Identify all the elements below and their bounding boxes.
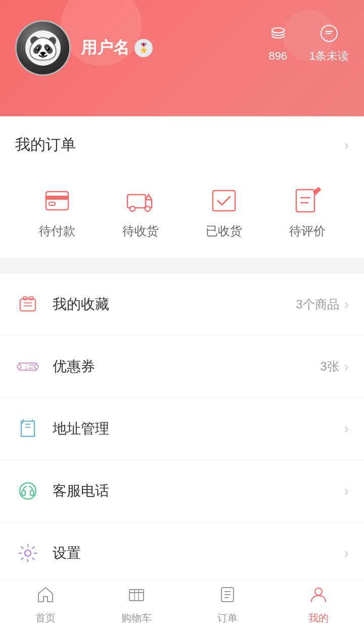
settings-icon (15, 541, 40, 566)
coins-icon (267, 23, 289, 46)
svg-point-1 (321, 25, 337, 41)
bottom-nav: 首页 购物车 订单 (0, 579, 364, 630)
svg-point-36 (315, 588, 322, 595)
nav-item-cart[interactable]: 购物车 (91, 580, 182, 630)
profile-nav-label: 我的 (308, 611, 329, 625)
menu-item-settings[interactable]: 设置 › (0, 522, 364, 584)
svg-point-27 (25, 550, 31, 556)
orders-nav-label: 订单 (217, 611, 238, 625)
coins-stat[interactable]: 896 (267, 23, 289, 63)
settings-label: 设置 (53, 544, 81, 563)
order-status-received[interactable]: 已收货 (206, 186, 242, 239)
received-icon (209, 186, 239, 216)
svg-rect-6 (49, 202, 55, 205)
address-chevron-icon: › (344, 421, 349, 437)
favorites-label: 我的收藏 (53, 295, 109, 314)
favorites-badge: 3个商品 (296, 296, 339, 312)
pending-delivery-icon (125, 186, 156, 216)
svg-point-9 (145, 206, 150, 211)
avatar[interactable] (15, 20, 71, 76)
message-icon (318, 22, 340, 44)
svg-point-17 (17, 365, 21, 369)
pending-delivery-label: 待收货 (122, 223, 159, 239)
service-icon (15, 478, 40, 504)
pending-payment-icon (42, 186, 72, 216)
order-status-pending-payment[interactable]: 待付款 (39, 186, 75, 239)
svg-rect-11 (296, 190, 314, 212)
menu-item-service[interactable]: 客服电话 › (0, 460, 364, 522)
cart-nav-label: 购物车 (121, 611, 152, 625)
header: 用户名 🎖️ 896 (0, 0, 364, 116)
nav-item-home[interactable]: 首页 (0, 580, 91, 630)
svg-rect-10 (213, 191, 235, 211)
home-nav-label: 首页 (35, 611, 56, 625)
svg-point-18 (34, 365, 38, 369)
menu-item-favorites[interactable]: 我的收藏 3个商品 › (0, 274, 364, 336)
order-status-pending-review[interactable]: 待评价 (289, 186, 326, 239)
orders-nav-icon (218, 586, 237, 608)
profile-icon (309, 586, 328, 608)
menu-item-coupons[interactable]: 优惠券 3张 › (0, 336, 364, 398)
header-stats: 896 1条未读 (267, 22, 349, 64)
svg-rect-26 (30, 490, 34, 496)
menu-list: 我的收藏 3个商品 › 优惠券 3张 › (0, 274, 364, 630)
messages-value: 1条未读 (309, 49, 349, 64)
svg-rect-25 (22, 490, 25, 496)
badge-icon: 🎖️ (134, 39, 153, 57)
order-status-pending-delivery[interactable]: 待收货 (122, 186, 159, 239)
service-label: 客服电话 (53, 481, 109, 501)
pending-review-label: 待评价 (289, 223, 326, 239)
svg-rect-14 (20, 299, 35, 311)
svg-rect-5 (46, 196, 68, 200)
svg-rect-7 (127, 195, 146, 208)
service-chevron-icon: › (344, 483, 349, 499)
user-info: 用户名 🎖️ (15, 20, 153, 76)
home-icon (36, 586, 55, 608)
address-icon (15, 416, 40, 441)
favorites-chevron-icon: › (344, 296, 349, 312)
coupons-chevron-icon: › (344, 358, 349, 375)
settings-chevron-icon: › (344, 545, 349, 561)
orders-title: 我的订单 (15, 134, 76, 155)
nav-item-profile[interactable]: 我的 (273, 580, 364, 630)
orders-chevron-icon: › (344, 137, 349, 153)
menu-item-address[interactable]: 地址管理 › (0, 398, 364, 460)
coins-value: 896 (268, 50, 287, 63)
svg-rect-28 (129, 590, 144, 601)
cart-icon (127, 586, 146, 608)
username: 用户名 (81, 37, 129, 59)
svg-point-8 (130, 206, 135, 211)
divider-1 (0, 265, 364, 274)
nav-item-orders[interactable]: 订单 (182, 580, 273, 630)
svg-rect-4 (46, 192, 68, 210)
received-label: 已收货 (206, 223, 242, 239)
coupons-badge: 3张 (320, 358, 339, 375)
coupons-icon (15, 354, 40, 379)
address-label: 地址管理 (53, 419, 109, 438)
coupons-label: 优惠券 (53, 357, 95, 376)
orders-header-row[interactable]: 我的订单 › (15, 116, 349, 173)
orders-section: 我的订单 › 待付款 (0, 116, 364, 257)
messages-stat[interactable]: 1条未读 (309, 22, 349, 64)
pending-payment-label: 待付款 (39, 223, 75, 239)
favorites-icon (15, 292, 40, 317)
pending-review-icon (292, 186, 323, 216)
order-status-row: 待付款 待收货 已收货 (15, 173, 349, 257)
